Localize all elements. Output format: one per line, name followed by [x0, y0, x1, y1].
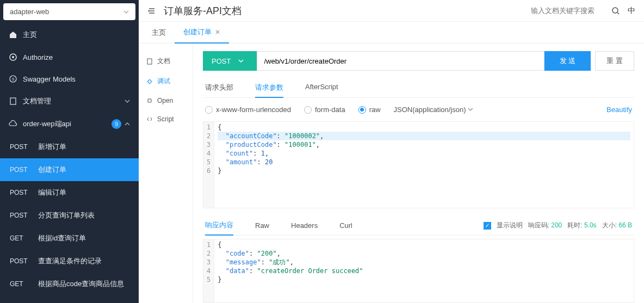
api-label: 新增订单 — [38, 142, 66, 152]
api-method: GET — [10, 280, 29, 288]
response-tabs: 响应内容 Raw Headers Curl ✓ 显示说明 响应码: 200 耗时… — [203, 216, 634, 236]
left-panel: 文档 调试 Open Script — [139, 44, 193, 303]
radio-urlencoded[interactable]: x-www-form-urlencoded — [205, 106, 291, 114]
api-method: POST — [10, 143, 29, 151]
request-body-editor[interactable]: 123456 { "accountCode": "1000002", "prod… — [203, 121, 634, 208]
page-title: 订单服务-API文档 — [164, 4, 520, 17]
search-icon[interactable] — [611, 7, 620, 15]
tab-create-order[interactable]: 创建订单 ✕ — [175, 22, 229, 44]
body-type-row: x-www-form-urlencoded form-data raw JSON… — [203, 98, 634, 121]
panel-doc[interactable]: 文档 — [139, 51, 193, 71]
api-item[interactable]: GET根据商品id查询商品信息 — [0, 295, 139, 303]
project-select[interactable]: adapter-web — [3, 3, 135, 20]
chevron-down-icon — [125, 98, 130, 104]
cloud-icon — [9, 120, 17, 128]
api-label: 查查满足条件的记录 — [38, 256, 102, 266]
doc-icon — [9, 97, 17, 106]
api-label: 创建订单 — [38, 165, 66, 175]
nav-api-group-label: order-wep端api — [23, 119, 71, 129]
tabs-bar: 主页 创建订单 ✕ — [139, 22, 644, 44]
response-body-viewer: 12345 { "code": "200", "message": "成功", … — [203, 239, 634, 303]
api-count-badge: 9 — [112, 119, 121, 129]
doc-icon — [146, 58, 153, 65]
nav-doc-manage[interactable]: 文档管理 — [0, 90, 139, 113]
api-label: 分页查询订单列表 — [38, 211, 95, 220]
tab-afterscript[interactable]: AfterScript — [305, 78, 338, 97]
nav-api-group[interactable]: order-wep端api 9 — [0, 113, 139, 135]
api-item[interactable]: POST创建订单 — [0, 158, 139, 181]
api-item[interactable]: POST新增订单 — [0, 135, 139, 158]
reset-button[interactable]: 重 置 — [595, 51, 634, 71]
api-label: 根据商品code查询商品信息 — [38, 279, 124, 289]
home-icon — [9, 30, 17, 39]
main: 订单服务-API文档 中 主页 创建订单 ✕ 文档 调试 — [139, 0, 644, 303]
close-icon[interactable]: ✕ — [215, 28, 220, 36]
tab-request-headers[interactable]: 请求头部 — [205, 78, 233, 97]
project-name: adapter-web — [10, 8, 49, 16]
chevron-down-icon — [468, 107, 473, 112]
api-list: POST新增订单POST创建订单POST编辑订单POST分页查询订单列表GET根… — [0, 135, 139, 303]
url-row: POST 发 送 重 置 — [203, 51, 634, 71]
api-method: POST — [10, 212, 29, 219]
api-method: POST — [10, 257, 29, 265]
show-desc-checkbox[interactable]: ✓ — [484, 222, 491, 230]
param-tabs: 请求头部 请求参数 AfterScript — [203, 78, 634, 98]
tab-response-headers[interactable]: Headers — [291, 217, 318, 234]
response-time: 5.0s — [584, 221, 597, 229]
nav-authorize-label: Authorize — [23, 53, 53, 61]
api-method: POST — [10, 166, 29, 174]
nav-home-label: 主页 — [23, 30, 37, 40]
api-item[interactable]: GET根据商品code查询商品信息 — [0, 273, 139, 295]
svg-rect-4 — [10, 98, 16, 104]
api-method: GET — [10, 234, 29, 242]
open-icon — [146, 97, 153, 104]
tab-response-content[interactable]: 响应内容 — [205, 216, 233, 236]
tab-home[interactable]: 主页 — [143, 22, 175, 43]
content-type-select[interactable]: JSON(application/json) — [394, 106, 593, 114]
chevron-down-icon — [238, 58, 244, 64]
nav-home[interactable]: 主页 — [0, 23, 139, 46]
bug-icon — [146, 78, 153, 85]
chevron-up-icon — [125, 121, 130, 127]
api-item[interactable]: POST查查满足条件的记录 — [0, 250, 139, 273]
response-size: 66 B — [618, 221, 632, 229]
tab-response-curl[interactable]: Curl — [339, 217, 352, 234]
radio-formdata[interactable]: form-data — [304, 106, 345, 114]
header: 订单服务-API文档 中 — [139, 0, 644, 22]
svg-point-1 — [12, 56, 14, 58]
tab-response-raw[interactable]: Raw — [255, 217, 269, 234]
nav-swagger-label: Swagger Models — [23, 75, 76, 83]
api-label: 编辑订单 — [38, 188, 66, 197]
right-content: POST 发 送 重 置 请求头部 请求参数 AfterScript x-www… — [193, 44, 644, 303]
method-select[interactable]: POST — [203, 51, 257, 71]
tab-request-params[interactable]: 请求参数 — [255, 78, 283, 98]
menu-toggle-icon[interactable] — [147, 7, 156, 15]
api-method: POST — [10, 189, 29, 196]
nav-authorize[interactable]: Authorize — [0, 46, 139, 68]
nav-doc-label: 文档管理 — [23, 96, 51, 106]
api-item[interactable]: POST分页查询订单列表 — [0, 204, 139, 227]
svg-rect-6 — [147, 59, 152, 64]
panel-debug[interactable]: 调试 — [139, 71, 193, 91]
svg-text:S: S — [12, 77, 15, 81]
send-button[interactable]: 发 送 — [544, 51, 591, 71]
swagger-icon: S — [9, 75, 17, 83]
nav-swagger[interactable]: S Swagger Models — [0, 68, 139, 90]
panel-open[interactable]: Open — [139, 91, 193, 110]
search-input[interactable] — [528, 3, 604, 18]
sidebar: adapter-web 主页 Authorize S Swagger Model… — [0, 0, 139, 303]
panel-script[interactable]: Script — [139, 110, 193, 128]
script-icon — [146, 116, 153, 122]
response-meta: ✓ 显示说明 响应码: 200 耗时: 5.0s 大小: 66 B — [484, 221, 632, 230]
chevron-down-icon — [123, 9, 129, 15]
api-label: 根据id查询订单 — [38, 233, 86, 243]
url-input[interactable] — [257, 51, 544, 71]
lock-icon — [9, 53, 17, 61]
response-code: 200 — [551, 221, 562, 229]
api-item[interactable]: GET根据id查询订单 — [0, 227, 139, 250]
lang-toggle[interactable]: 中 — [628, 6, 635, 16]
beautify-link[interactable]: Beautify — [606, 106, 632, 114]
svg-point-5 — [612, 8, 618, 13]
api-item[interactable]: POST编辑订单 — [0, 181, 139, 204]
radio-raw[interactable]: raw — [358, 106, 381, 114]
